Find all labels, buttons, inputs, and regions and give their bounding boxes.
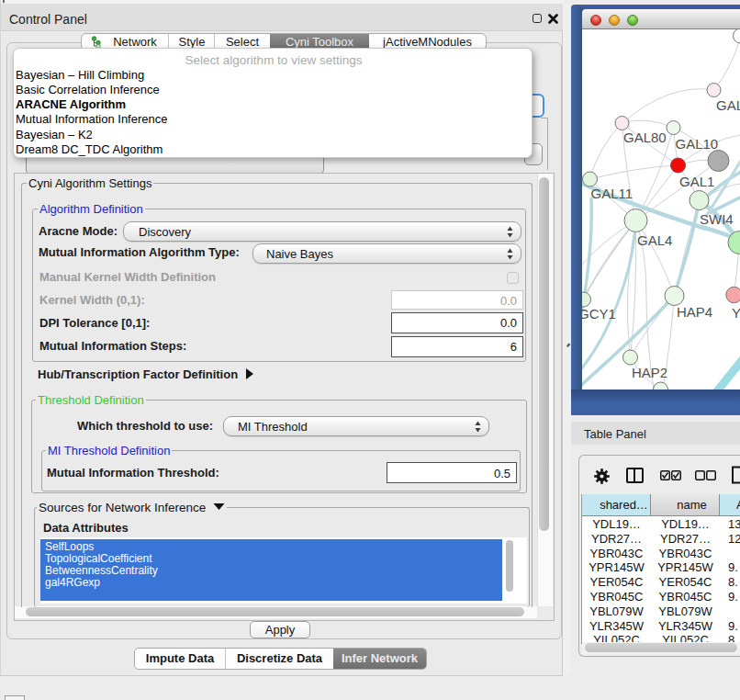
svg-text:GAL1: GAL1: [679, 174, 714, 189]
svg-text:GAL80: GAL80: [623, 130, 667, 145]
svg-text:HAP2: HAP2: [632, 365, 667, 380]
svg-text:GAL10: GAL10: [676, 136, 719, 152]
svg-text:HAP4: HAP4: [677, 304, 712, 320]
svg-text:GAL4: GAL4: [637, 232, 672, 248]
svg-text:SWI4: SWI4: [700, 211, 734, 227]
svg-text:GAL7: GAL7: [716, 97, 740, 113]
svg-text:Y: Y: [732, 305, 740, 321]
svg-text:GCY1: GCY1: [582, 306, 616, 322]
svg-text:GAL11: GAL11: [591, 186, 633, 201]
